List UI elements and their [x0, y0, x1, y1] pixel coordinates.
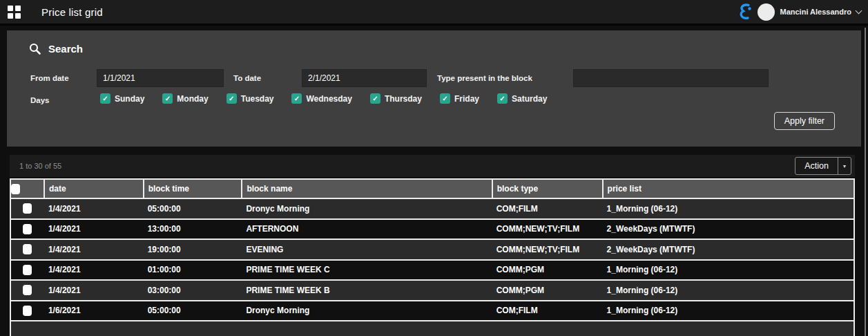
cell-block-type: COMM;PGM: [492, 260, 603, 281]
action-dropdown-caret-icon[interactable]: ▼: [838, 158, 851, 174]
checkbox-checked-icon[interactable]: ✓: [226, 93, 237, 104]
day-label: Thursday: [385, 94, 422, 104]
cell-block-type: COMM;NEW;TV;FILM: [492, 239, 603, 260]
cell-block-name: Dronyc Morning: [242, 301, 492, 321]
checkbox-checked-icon[interactable]: ✓: [440, 93, 450, 104]
table-row[interactable]: 1/4/2021 13:00:00 AFTERNOON COMM;NEW;TV;…: [10, 219, 854, 240]
cell-block-type: COM;FILM: [492, 198, 603, 219]
cell-price-list: 1_Morning (06-12): [603, 260, 854, 281]
cell-block-type: COM;FILM: [492, 301, 603, 321]
action-split-button[interactable]: Action ▼: [795, 157, 851, 175]
cell-date: 1/4/2021: [44, 280, 144, 301]
cell-price-list: 1_Morning (06-12): [603, 198, 854, 219]
day-checkbox-sunday[interactable]: ✓ Sunday: [100, 93, 144, 104]
cell-block-time: 05:00:00: [144, 301, 242, 321]
cell-price-list: 2_WeekDays (MTWTF): [603, 239, 854, 260]
cell-block-name: EVENING: [242, 239, 492, 260]
days-checkbox-group: ✓ Sunday ✓ Monday ✓ Tuesday ✓ Wednesday …: [100, 93, 547, 104]
checkbox-checked-icon[interactable]: ✓: [291, 93, 302, 104]
cell-block-name: PRIME TIME WEEK B: [242, 280, 492, 301]
pagination-status: 1 to 30 of 55: [19, 162, 61, 170]
type-block-label: Type present in the block: [437, 69, 532, 87]
checkbox-checked-icon[interactable]: ✓: [497, 93, 508, 104]
row-checkbox[interactable]: [23, 203, 32, 214]
search-icon: [29, 43, 41, 55]
checkbox-checked-icon[interactable]: ✓: [370, 93, 380, 104]
cell-block-time: 13:00:00: [144, 219, 242, 240]
brand-logo-icon: [737, 3, 753, 21]
day-checkbox-friday[interactable]: ✓ Friday: [440, 93, 479, 104]
to-date-input[interactable]: [302, 69, 427, 87]
day-label: Monday: [177, 94, 208, 104]
cell-price-list: 2_WeekDays (MTWTF): [603, 219, 854, 240]
day-checkbox-saturday[interactable]: ✓ Saturday: [497, 93, 547, 104]
day-label: Wednesday: [306, 94, 351, 104]
cell-block-time: 01:00:00: [144, 260, 242, 281]
row-checkbox[interactable]: [23, 306, 32, 316]
apply-filter-button[interactable]: Apply filter: [774, 112, 835, 130]
checkbox-checked-icon[interactable]: ✓: [162, 93, 173, 104]
top-bar: Price list grid Mancini Alessandro: [0, 0, 868, 26]
table-row-partial[interactable]: [10, 321, 854, 336]
search-title: Search: [48, 43, 83, 55]
from-date-input[interactable]: [97, 69, 224, 87]
day-checkbox-monday[interactable]: ✓ Monday: [162, 93, 208, 104]
day-label: Tuesday: [241, 94, 274, 104]
cell-date: 1/4/2021: [44, 239, 144, 260]
table-row[interactable]: 1/4/2021 01:00:00 PRIME TIME WEEK C COMM…: [10, 260, 854, 281]
price-list-grid: date block time block name block type pr…: [10, 178, 855, 336]
day-checkbox-wednesday[interactable]: ✓ Wednesday: [291, 93, 351, 104]
table-row[interactable]: 1/4/2021 19:00:00 EVENING COMM;NEW;TV;FI…: [10, 239, 854, 260]
day-label: Sunday: [115, 94, 144, 104]
to-date-label: To date: [233, 69, 261, 87]
select-all-cell: [10, 179, 44, 198]
cell-block-time: 03:00:00: [144, 280, 242, 301]
cell-date: 1/4/2021: [44, 198, 144, 219]
cell-block-name: Dronyc Morning: [242, 198, 492, 219]
cell-block-type: COMM;NEW;TV;FILM: [492, 219, 603, 240]
cell-block-type: COMM;PGM: [492, 280, 603, 301]
day-label: Saturday: [512, 94, 547, 104]
user-avatar[interactable]: [758, 3, 775, 21]
table-row[interactable]: 1/6/2021 05:00:00 Dronyc Morning COM;FIL…: [10, 301, 854, 321]
row-checkbox[interactable]: [23, 224, 32, 234]
chevron-down-icon[interactable]: [856, 7, 862, 14]
cell-block-name: AFTERNOON: [242, 219, 492, 240]
column-header-block-time[interactable]: block time: [144, 179, 242, 198]
column-header-price-list[interactable]: price list: [603, 179, 854, 198]
apps-grid-icon[interactable]: [8, 6, 21, 19]
select-all-checkbox[interactable]: [11, 184, 20, 194]
column-header-block-name[interactable]: block name: [242, 179, 492, 198]
header-row: date block time block name block type pr…: [10, 179, 854, 198]
cell-block-time: 19:00:00: [144, 239, 242, 260]
user-area: Mancini Alessandro: [737, 3, 861, 21]
cell-price-list: 1_Morning (06-12): [603, 301, 854, 321]
table-row[interactable]: 1/4/2021 03:00:00 PRIME TIME WEEK B COMM…: [10, 280, 854, 301]
user-name[interactable]: Mancini Alessandro: [780, 8, 851, 16]
cell-block-time: 05:00:00: [144, 198, 242, 219]
search-panel: Search From date To date Type present in…: [7, 30, 861, 147]
cell-price-list: 1_Morning (06-12): [603, 280, 854, 301]
app-window: Price list grid Mancini Alessandro Searc…: [0, 0, 868, 336]
day-checkbox-tuesday[interactable]: ✓ Tuesday: [226, 93, 274, 104]
scrollbar[interactable]: [865, 28, 866, 336]
days-label: Days: [30, 91, 50, 109]
day-checkbox-thursday[interactable]: ✓ Thursday: [370, 93, 422, 104]
row-checkbox[interactable]: [23, 285, 32, 295]
grid-toolbar: 1 to 30 of 55 Action ▼: [10, 155, 855, 177]
row-checkbox[interactable]: [23, 244, 32, 254]
row-checkbox[interactable]: [23, 265, 32, 275]
action-button[interactable]: Action: [795, 158, 838, 174]
cell-date: 1/4/2021: [44, 260, 144, 281]
checkbox-checked-icon[interactable]: ✓: [100, 93, 110, 104]
from-date-label: From date: [30, 69, 69, 87]
column-header-block-type[interactable]: block type: [492, 179, 603, 198]
day-label: Friday: [454, 94, 479, 104]
cell-date: 1/4/2021: [44, 219, 144, 240]
type-block-input[interactable]: [573, 69, 769, 87]
cell-date: 1/6/2021: [44, 301, 144, 321]
cell-block-name: PRIME TIME WEEK C: [242, 260, 492, 281]
column-header-date[interactable]: date: [44, 179, 144, 198]
search-header: Search: [29, 43, 83, 55]
table-row[interactable]: 1/4/2021 05:00:00 Dronyc Morning COM;FIL…: [10, 198, 854, 219]
